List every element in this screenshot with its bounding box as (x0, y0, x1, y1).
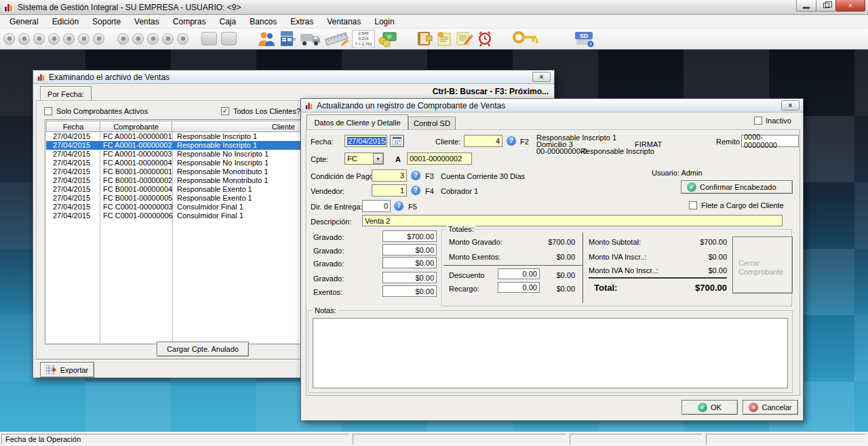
cash-register-button[interactable] (278, 29, 297, 48)
table-row[interactable]: 27/04/2015 FC C0001-00000006 Consulmidor… (46, 211, 301, 220)
dir-entrega-field[interactable]: 0 (362, 200, 391, 212)
daily-notes-button[interactable] (435, 29, 453, 48)
table-row-selected[interactable]: 27/04/2015 FC A0001-00000002 Responsable… (46, 141, 301, 150)
tab-datos-cliente[interactable]: Datos de Cliente y Detalle (307, 115, 408, 129)
edit-notes-button[interactable] (455, 29, 474, 48)
descripcion-field[interactable]: Venta 2 (362, 215, 783, 226)
solo-activos-checkbox[interactable]: Solo Comprobantes Activos (44, 107, 148, 115)
cell-fecha: 27/04/2015 (46, 132, 100, 141)
table-row[interactable]: 27/04/2015 FC B0001-00000004 Responsable… (46, 185, 301, 194)
table-row[interactable]: 27/04/2015 FC A0001-00000003 Responsable… (46, 150, 301, 159)
table-row[interactable]: 27/04/2015 FC A0001-00000004 Responsable… (46, 159, 301, 167)
fecha-field[interactable]: 27/04/2015 (344, 135, 387, 147)
browse-window-titlebar[interactable]: Examinando el archivo de Ventas × (33, 70, 554, 84)
checkbox-checked-icon[interactable]: ✓ (221, 107, 229, 115)
sales-table[interactable]: Fecha Comprobante Cliente 27/04/2015 FC … (45, 119, 302, 344)
tool-blank-button-1[interactable] (201, 32, 217, 45)
total-label: Total: (594, 283, 617, 293)
todos-clientes-checkbox[interactable]: ✓ Todos Los Clientes? (221, 107, 300, 115)
inactivo-checkbox[interactable]: Inactivo (754, 117, 791, 125)
gravado-1-field[interactable]: $700.00 (382, 230, 437, 242)
table-row[interactable]: 27/04/2015 FC A0001-00000001 Responsable… (46, 132, 301, 141)
descuento-input[interactable]: 0.00 (498, 268, 540, 279)
header-fecha[interactable]: Fecha (46, 121, 100, 132)
menu-general[interactable]: General (3, 16, 45, 28)
exentos-field[interactable]: $0.00 (382, 285, 437, 297)
menu-soporte[interactable]: Soporte (85, 16, 127, 28)
nav-undo-button[interactable] (117, 33, 129, 45)
table-row[interactable]: 27/04/2015 FC B0001-00000002 Responsable… (46, 176, 301, 185)
tab-control-sd[interactable]: Control SD (408, 117, 456, 129)
nav-prior-page-button[interactable] (18, 33, 30, 45)
checkbox-icon[interactable] (44, 107, 52, 115)
menu-bancos[interactable]: Bancos (243, 16, 283, 28)
table-row[interactable]: 27/04/2015 FC B0001-00000005 Responsable… (46, 194, 301, 203)
dropdown-button[interactable]: ▼ (373, 153, 383, 164)
nav-info-button[interactable] (147, 33, 159, 45)
ok-button[interactable]: ✓ OK (682, 400, 738, 415)
nav-first-button[interactable] (3, 33, 15, 45)
menu-caja[interactable]: Caja (212, 16, 243, 28)
menu-ventas[interactable]: Ventas (127, 16, 166, 28)
table-row[interactable]: 27/04/2015 FC C0001-00000003 Consulmidor… (46, 203, 301, 211)
condicion-help-button[interactable]: ? (411, 171, 420, 180)
calendar-button[interactable] (390, 135, 404, 147)
people-icon (257, 31, 276, 47)
nav-refresh-button[interactable] (132, 33, 144, 45)
remito-field[interactable]: 0000-00000000 (741, 135, 799, 147)
close-button[interactable]: × (835, 0, 865, 12)
nav-search-button[interactable] (48, 33, 60, 45)
cpte-numero-field[interactable]: 0001-00000002 (407, 153, 472, 165)
browse-close-button[interactable]: × (532, 72, 551, 82)
gravado-4-field[interactable]: $0.00 (382, 272, 437, 283)
contacts-button[interactable] (416, 29, 433, 48)
cliente-field[interactable]: 4 (464, 135, 502, 147)
truck-button[interactable] (299, 29, 321, 48)
menu-edicion[interactable]: Edición (45, 16, 85, 28)
money-button[interactable] (377, 29, 397, 48)
checkbox-icon[interactable] (689, 201, 697, 209)
vendedor-field[interactable]: 1 (372, 184, 407, 197)
cancelar-button[interactable]: × Cancelar (743, 400, 798, 415)
sd-control-button[interactable]: SD ? (572, 29, 595, 48)
nav-last-button[interactable] (93, 33, 104, 45)
nav-prior-button[interactable] (33, 33, 45, 45)
tab-por-fecha[interactable]: Por Fecha: (40, 86, 92, 101)
tool-blank-button-2[interactable] (221, 32, 237, 45)
menu-extras[interactable]: Extras (283, 16, 320, 28)
flete-checkbox[interactable]: Flete a Cargo del Cliente (689, 201, 784, 209)
cliente-help-button[interactable]: ? (507, 136, 516, 146)
header-comprobante[interactable]: Comprobante (100, 121, 172, 132)
nav-next-page-button[interactable] (78, 33, 90, 45)
edit-close-button[interactable]: × (781, 100, 800, 110)
header-cliente[interactable]: Cliente (172, 121, 301, 132)
clients-button[interactable] (257, 29, 276, 48)
menu-ventanas[interactable]: Ventanas (320, 16, 368, 28)
nav-post-button[interactable] (162, 33, 174, 45)
minimize-button[interactable] (796, 0, 816, 12)
nav-next-button[interactable] (63, 33, 75, 45)
edit-window-titlebar[interactable]: Actualizando un registro de Comprobante … (301, 99, 803, 113)
notas-textarea[interactable] (313, 318, 788, 388)
measure-button[interactable] (323, 29, 350, 48)
gravado-2-field[interactable]: $0.00 (382, 244, 437, 256)
condicion-pago-field[interactable]: 3 (372, 169, 407, 182)
nav-cancel-button[interactable] (177, 33, 189, 45)
table-row[interactable]: 27/04/2015 FC B0001-00000001 Responsable… (46, 167, 301, 176)
recargo-input[interactable]: 0.00 (498, 282, 540, 293)
menu-compras[interactable]: Compras (166, 16, 213, 28)
cell-comprobante: FC A0001-00000002 (100, 141, 173, 150)
permissions-button[interactable] (512, 29, 539, 48)
vendedor-help-button[interactable]: ? (411, 186, 420, 195)
dir-help-button[interactable]: ? (394, 201, 403, 211)
confirmar-encabezado-button[interactable]: ✓ Confirmar Encabezado (681, 180, 793, 194)
exportar-button[interactable]: Exportar (40, 362, 94, 378)
restore-button[interactable] (816, 0, 836, 12)
alarms-button[interactable] (476, 29, 494, 48)
checkbox-icon[interactable] (754, 117, 762, 125)
cpte-tipo-select[interactable]: FC ▼ (344, 153, 384, 165)
total-divider (589, 277, 727, 279)
menu-login[interactable]: Login (368, 16, 401, 28)
cargar-cpte-anulado-button[interactable]: Cargar Cpte. Anulado (157, 342, 249, 357)
gravado-3-field[interactable]: $0.00 (382, 257, 437, 268)
